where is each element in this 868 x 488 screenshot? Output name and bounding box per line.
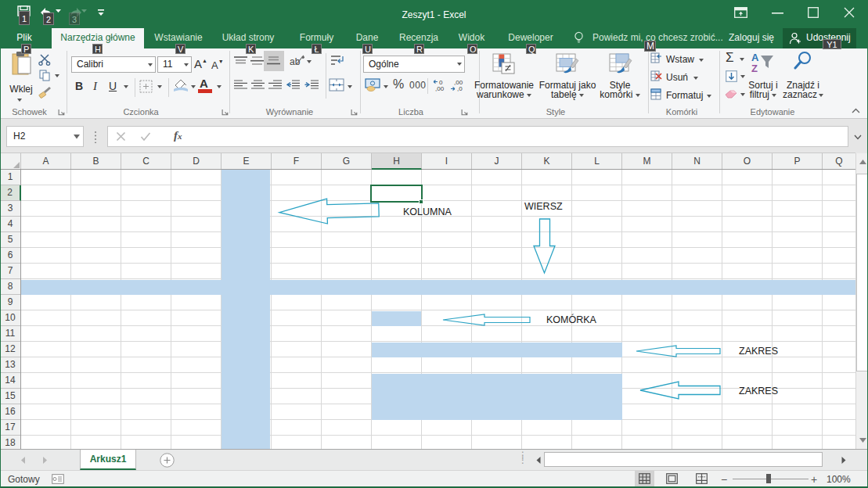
svg-text:A: A xyxy=(751,52,759,63)
svg-text:,00: ,00 xyxy=(435,85,445,92)
svg-text:,0: ,0 xyxy=(457,85,463,92)
svg-text:Z: Z xyxy=(751,63,758,74)
